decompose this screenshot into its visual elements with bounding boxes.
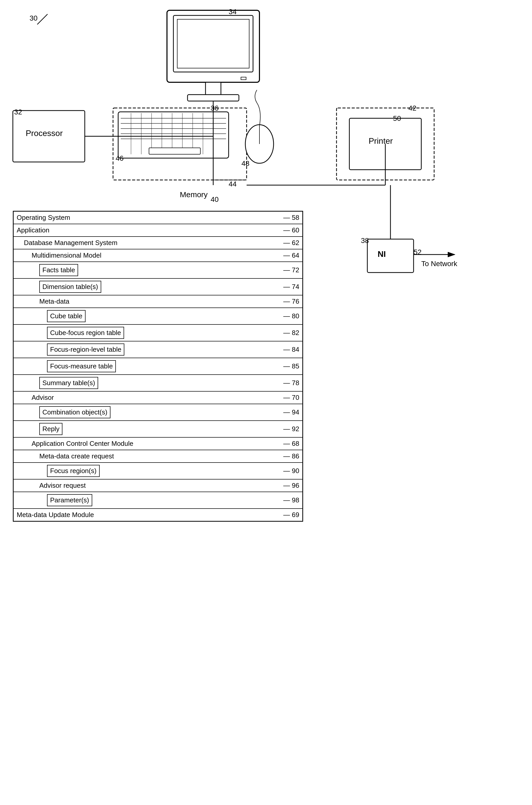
row-combination: Combination object(s) — 94 <box>14 404 302 421</box>
ref-30-arrow <box>33 12 54 27</box>
row-app-label: Application <box>17 226 49 234</box>
row-dbms-label: Database Management System <box>24 239 117 247</box>
row-app-ref: — 60 <box>283 226 299 234</box>
row-application: Application — 60 <box>14 224 302 237</box>
row-os-ref: — 58 <box>283 214 299 222</box>
row-cube-ref: — 80 <box>283 312 299 320</box>
row-advisor-request-label: Advisor request <box>39 481 86 490</box>
ref-52-label: 52 <box>414 248 421 256</box>
row-dbms-ref: — 62 <box>283 239 299 247</box>
svg-rect-1 <box>167 10 260 82</box>
row-dimension-label: Dimension table(s) <box>39 281 101 293</box>
svg-rect-2 <box>173 15 253 72</box>
svg-rect-5 <box>188 95 239 101</box>
row-summary-label: Summary table(s) <box>39 377 98 389</box>
row-metadata-create-ref: — 86 <box>283 452 299 460</box>
row-focus-region-ref: — 90 <box>283 467 299 475</box>
row-accm-label: Application Control Center Module <box>32 440 133 447</box>
row-dimension-table: Dimension table(s) — 74 <box>14 279 302 295</box>
ref-50-label: 50 <box>393 114 401 123</box>
row-focus-region-level: Focus-region-level table — 84 <box>14 342 302 358</box>
svg-rect-6 <box>241 77 246 80</box>
ref-46-label: 46 <box>116 154 124 163</box>
ref-32-label: 32 <box>14 108 22 116</box>
row-focus-measure-ref: — 85 <box>283 362 299 370</box>
row-facts-ref: — 72 <box>283 266 299 274</box>
row-cube-label: Cube table <box>47 310 86 322</box>
row-focus-region: Focus region(s) — 90 <box>14 463 302 479</box>
svg-rect-8 <box>118 112 229 158</box>
row-advisor-ref: — 70 <box>283 394 299 402</box>
row-operating-system: Operating System — 58 <box>14 212 302 224</box>
row-facts-table: Facts table — 72 <box>14 262 302 279</box>
row-focus-region-level-label: Focus-region-level table <box>47 344 124 355</box>
memory-label: Memory <box>180 190 208 199</box>
row-summary-ref: — 78 <box>283 379 299 387</box>
row-parameters: Parameter(s) — 98 <box>14 492 302 509</box>
row-metadata-create-label: Meta-data create request <box>39 452 114 460</box>
row-advisor-request-ref: — 96 <box>283 481 299 490</box>
svg-rect-23 <box>149 148 201 154</box>
svg-rect-29 <box>367 239 414 273</box>
row-focus-region-level-ref: — 84 <box>283 346 299 353</box>
row-multidim-label: Multidimensional Model <box>32 252 101 259</box>
row-metadata-create: Meta-data create request — 86 <box>14 450 302 463</box>
row-focus-measure: Focus-measure table — 85 <box>14 358 302 375</box>
printer-label: Printer <box>368 136 393 146</box>
ref-42-label: 42 <box>408 104 416 112</box>
row-os-label: Operating System <box>17 214 70 222</box>
ref-40-label: 40 <box>211 196 218 204</box>
ref-36-label: 36 <box>211 104 218 112</box>
ref-38-label: 38 <box>361 237 369 245</box>
row-cube-focus-label: Cube-focus region table <box>47 327 124 339</box>
svg-rect-4 <box>206 82 221 95</box>
row-metadata-update: Meta-data Update Module — 69 <box>14 509 302 521</box>
row-cube-table: Cube table — 80 <box>14 308 302 325</box>
row-focus-region-label: Focus region(s) <box>47 465 100 477</box>
row-advisor: Advisor — 70 <box>14 391 302 404</box>
row-parameters-label: Parameter(s) <box>47 494 92 506</box>
row-cube-focus-ref: — 82 <box>283 329 299 337</box>
row-parameters-ref: — 98 <box>283 496 299 504</box>
row-metadata-update-label: Meta-data Update Module <box>17 511 94 519</box>
svg-rect-3 <box>177 19 249 68</box>
svg-point-24 <box>245 125 273 163</box>
row-reply: Reply — 92 <box>14 421 302 438</box>
svg-rect-7 <box>113 108 247 180</box>
row-accm: Application Control Center Module — 68 <box>14 438 302 450</box>
ref-34-label: 34 <box>229 8 236 16</box>
row-reply-ref: — 92 <box>283 425 299 433</box>
row-metadata: Meta-data — 76 <box>14 295 302 308</box>
row-combination-ref: — 94 <box>283 408 299 416</box>
row-multidim-ref: — 64 <box>283 252 299 259</box>
row-cube-focus: Cube-focus region table — 82 <box>14 325 302 342</box>
row-summary-table: Summary table(s) — 78 <box>14 375 302 391</box>
row-metadata-ref: — 76 <box>283 297 299 306</box>
row-metadata-update-ref: — 69 <box>283 511 299 519</box>
row-accm-ref: — 68 <box>283 440 299 447</box>
row-dimension-ref: — 74 <box>283 283 299 291</box>
ref-44-label: 44 <box>229 180 236 188</box>
memory-table: Operating System — 58 Application — 60 D… <box>13 211 303 522</box>
row-focus-measure-label: Focus-measure table <box>47 360 116 372</box>
row-multidim: Multidimensional Model — 64 <box>14 250 302 262</box>
processor-label: Processor <box>26 129 63 138</box>
row-advisor-request: Advisor request — 96 <box>14 479 302 492</box>
row-combination-label: Combination object(s) <box>39 406 111 418</box>
ref-48-label: 48 <box>242 160 249 168</box>
row-advisor-label: Advisor <box>32 394 54 402</box>
row-dbms: Database Management System — 62 <box>14 237 302 250</box>
row-metadata-label: Meta-data <box>39 297 69 306</box>
to-network-label: To Network <box>421 260 457 268</box>
row-facts-label: Facts table <box>39 264 78 276</box>
svg-line-37 <box>37 14 48 24</box>
ni-label: NI <box>378 250 386 259</box>
diagram-container: 30 34 32 Processor 36 46 48 42 50 Printe… <box>0 0 532 805</box>
row-reply-label: Reply <box>39 423 62 435</box>
